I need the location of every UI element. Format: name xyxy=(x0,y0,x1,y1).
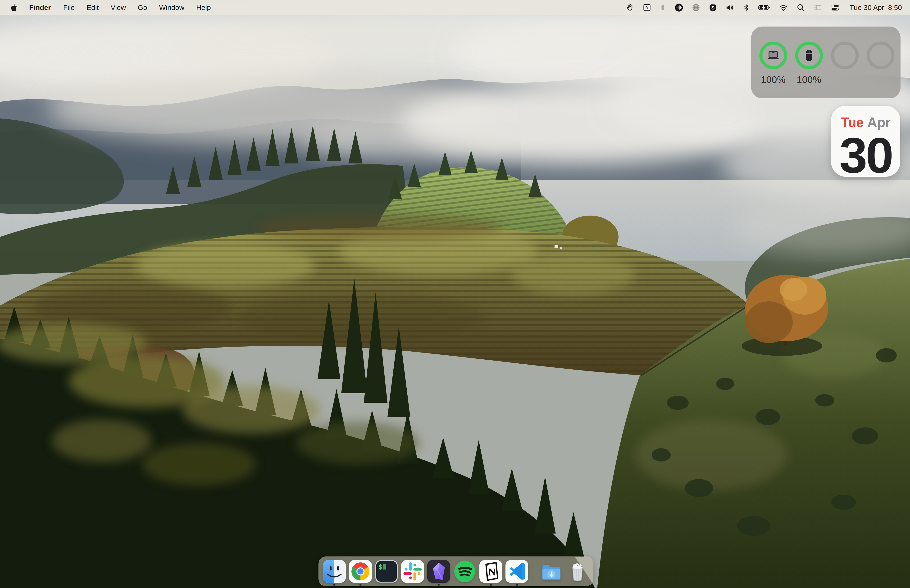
dock-downloads-folder[interactable] xyxy=(540,560,563,583)
menu-help[interactable]: Help xyxy=(190,3,217,11)
dock-spotify[interactable] xyxy=(453,560,477,583)
battery-ring-mouse xyxy=(795,41,823,69)
notion-icon: N xyxy=(479,560,503,583)
svg-text:N: N xyxy=(488,566,496,578)
svg-text:N: N xyxy=(645,5,649,10)
chrome-icon xyxy=(349,560,372,583)
obsidian-icon xyxy=(427,560,451,583)
battery-ring-laptop xyxy=(759,41,787,69)
menu-window[interactable]: Window xyxy=(153,3,190,11)
menu-bar: Finder File Edit View Go Window Help N xyxy=(0,0,910,15)
dock-trash[interactable] xyxy=(566,560,589,583)
running-indicator xyxy=(359,584,362,586)
dock-chrome[interactable] xyxy=(349,560,372,583)
running-indicator xyxy=(333,584,336,586)
menu-file[interactable]: File xyxy=(57,3,81,11)
s-app-icon[interactable]: S xyxy=(708,2,717,13)
running-indicator xyxy=(438,584,440,586)
running-indicator xyxy=(490,584,492,586)
battery-ring-empty-2 xyxy=(866,41,895,69)
globe-icon[interactable] xyxy=(692,2,700,13)
notion-menu-icon[interactable]: N xyxy=(642,2,651,13)
svg-text:$: $ xyxy=(378,563,382,570)
battery-charging-icon[interactable] xyxy=(758,2,771,13)
empty-percent-2 xyxy=(866,74,895,85)
calendar-day: 30 xyxy=(831,132,900,179)
menu-go[interactable]: Go xyxy=(132,3,153,11)
dock-finder[interactable] xyxy=(323,560,346,583)
menu-bar-clock[interactable]: Tue 30 Apr 8:50 xyxy=(850,3,902,11)
dock-slack[interactable] xyxy=(401,560,424,583)
dock-obsidian[interactable] xyxy=(427,560,451,583)
hand-app-icon[interactable] xyxy=(626,2,635,13)
window-snip-icon[interactable] xyxy=(813,2,823,13)
trash-full-icon xyxy=(566,560,589,583)
finder-icon xyxy=(323,560,346,583)
batteries-widget[interactable]: 100% 100% xyxy=(751,26,900,98)
battery-rings xyxy=(751,26,900,69)
dock-vscode[interactable] xyxy=(505,560,529,583)
menu-view[interactable]: View xyxy=(105,3,132,11)
calendar-widget[interactable]: TueApr 30 xyxy=(831,106,900,177)
empty-percent-1 xyxy=(831,74,859,85)
dock-divider xyxy=(534,561,534,582)
menu-bar-status: N xyxy=(626,2,902,13)
mouse-percent: 100% xyxy=(795,74,823,85)
bluetooth-icon[interactable] xyxy=(742,2,750,13)
spotify-icon xyxy=(453,560,477,583)
mouse-battery-icon[interactable] xyxy=(659,2,666,13)
control-center-icon[interactable] xyxy=(830,2,840,13)
battery-ring-empty-1 xyxy=(831,41,859,69)
laptop-icon xyxy=(767,50,780,61)
battery-percent-labels: 100% 100% xyxy=(751,74,900,85)
terminal-icon: $ xyxy=(375,560,398,583)
svg-text:S: S xyxy=(711,5,714,10)
running-indicator xyxy=(516,584,518,586)
spotlight-search-icon[interactable] xyxy=(796,2,805,13)
downloads-folder-icon xyxy=(540,560,563,583)
laptop-percent: 100% xyxy=(759,74,787,85)
volume-icon[interactable] xyxy=(725,2,735,13)
apple-menu[interactable] xyxy=(6,3,23,12)
dock-terminal[interactable]: $ xyxy=(375,560,398,583)
menu-edit[interactable]: Edit xyxy=(81,3,105,11)
slack-icon xyxy=(401,560,424,583)
dock-notion[interactable]: N xyxy=(479,560,503,583)
apple-logo-icon xyxy=(10,3,18,12)
vscode-icon xyxy=(505,560,529,583)
wifi-icon[interactable] xyxy=(779,2,789,13)
mouse-icon xyxy=(804,49,814,62)
dock: $ xyxy=(318,556,593,586)
menu-bar-left: Finder File Edit View Go Window Help xyxy=(6,3,217,12)
waveform-app-icon[interactable] xyxy=(674,2,684,13)
menu-finder[interactable]: Finder xyxy=(23,3,57,11)
